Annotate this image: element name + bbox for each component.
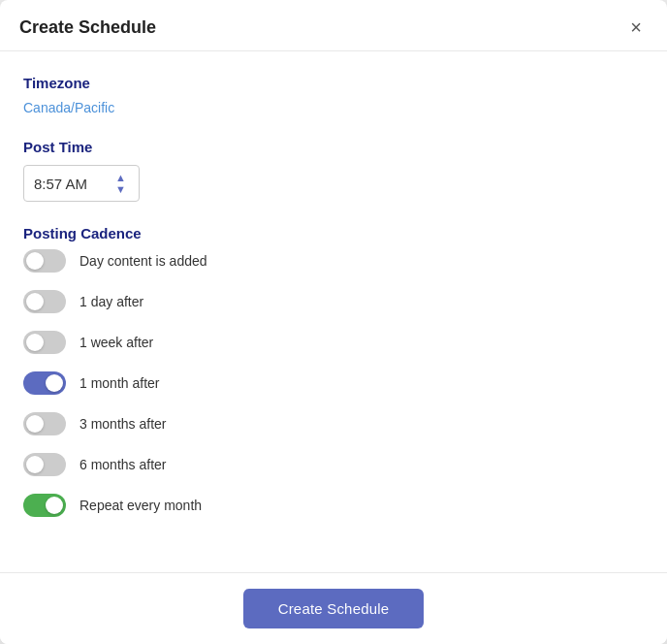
modal-body: Timezone Canada/Pacific Post Time ▲ ▼ Po… (0, 51, 667, 572)
post-time-label: Post Time (23, 139, 644, 155)
cadence-item-one-day: 1 day after (23, 290, 644, 313)
spinner-down-icon[interactable]: ▼ (115, 183, 126, 195)
toggle-six-months[interactable] (23, 453, 66, 476)
cadence-label-repeat-every-month: Repeat every month (79, 498, 202, 513)
modal-footer: Create Schedule (0, 572, 667, 644)
post-time-section: Post Time ▲ ▼ (23, 139, 644, 202)
spinner-up-icon[interactable]: ▲ (115, 172, 126, 183)
toggle-slider-day-content (23, 249, 66, 273)
cadence-label-one-week: 1 week after (79, 335, 153, 350)
toggle-slider-one-month (23, 371, 66, 395)
toggle-three-months[interactable] (23, 412, 66, 435)
time-spinner[interactable]: ▲ ▼ (115, 172, 126, 195)
cadence-item-one-month: 1 month after (23, 371, 644, 395)
cadence-item-three-months: 3 months after (23, 412, 644, 435)
toggle-slider-repeat-every-month (23, 494, 66, 517)
toggle-one-month[interactable] (23, 371, 66, 395)
cadence-label-three-months: 3 months after (79, 416, 167, 432)
modal: Create Schedule × Timezone Canada/Pacifi… (0, 0, 667, 644)
posting-cadence-label: Posting Cadence (23, 225, 644, 242)
cadence-label-one-month: 1 month after (79, 375, 160, 391)
toggle-slider-one-week (23, 331, 66, 354)
toggle-slider-three-months (23, 412, 66, 435)
toggle-one-day[interactable] (23, 290, 66, 313)
cadence-label-day-content: Day content is added (79, 253, 207, 269)
time-input-wrapper: ▲ ▼ (23, 165, 140, 202)
close-button[interactable]: × (624, 16, 648, 39)
cadence-item-six-months: 6 months after (23, 453, 644, 476)
cadence-label-one-day: 1 day after (79, 294, 143, 309)
toggle-one-week[interactable] (23, 331, 66, 354)
toggle-slider-one-day (23, 290, 66, 313)
create-schedule-button[interactable]: Create Schedule (243, 589, 425, 628)
cadence-label-six-months: 6 months after (79, 457, 167, 472)
timezone-label: Timezone (23, 75, 644, 91)
modal-title: Create Schedule (19, 17, 156, 38)
cadence-item-one-week: 1 week after (23, 331, 644, 354)
cadence-item-repeat-every-month: Repeat every month (23, 494, 644, 517)
posting-cadence-section: Posting Cadence Day content is added 1 d… (23, 225, 644, 517)
timezone-value[interactable]: Canada/Pacific (23, 100, 114, 115)
cadence-item-day-content: Day content is added (23, 249, 644, 273)
modal-header: Create Schedule × (0, 0, 667, 51)
toggle-repeat-every-month[interactable] (23, 494, 66, 517)
toggle-day-content[interactable] (23, 249, 66, 273)
time-input[interactable] (34, 176, 111, 192)
toggle-slider-six-months (23, 453, 66, 476)
